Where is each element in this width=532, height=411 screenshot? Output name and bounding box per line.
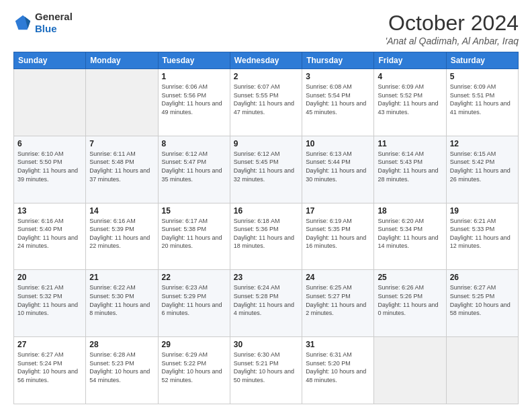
week-row-3: 13Sunrise: 6:16 AM Sunset: 5:40 PM Dayli…	[14, 203, 519, 270]
week-row-5: 27Sunrise: 6:27 AM Sunset: 5:24 PM Dayli…	[14, 337, 519, 404]
day-info: Sunrise: 6:20 AM Sunset: 5:34 PM Dayligh…	[378, 217, 442, 250]
table-cell: 7Sunrise: 6:11 AM Sunset: 5:48 PM Daylig…	[86, 136, 158, 203]
day-number: 20	[17, 273, 82, 282]
day-info: Sunrise: 6:24 AM Sunset: 5:28 PM Dayligh…	[234, 283, 298, 317]
logo: General Blue	[13, 11, 73, 35]
subtitle: 'Anat al Qadimah, Al Anbar, Iraq	[385, 36, 519, 46]
day-info: Sunrise: 6:23 AM Sunset: 5:29 PM Dayligh…	[162, 283, 226, 317]
day-number: 24	[306, 273, 370, 282]
day-info: Sunrise: 6:16 AM Sunset: 5:39 PM Dayligh…	[89, 217, 154, 250]
day-info: Sunrise: 6:27 AM Sunset: 5:25 PM Dayligh…	[450, 283, 515, 317]
table-cell: 25Sunrise: 6:26 AM Sunset: 5:26 PM Dayli…	[374, 270, 446, 337]
day-number: 31	[306, 340, 370, 349]
table-cell: 5Sunrise: 6:09 AM Sunset: 5:51 PM Daylig…	[446, 69, 518, 136]
day-number: 6	[17, 139, 82, 148]
table-cell: 19Sunrise: 6:21 AM Sunset: 5:33 PM Dayli…	[446, 203, 518, 270]
calendar-body: 1Sunrise: 6:06 AM Sunset: 5:56 PM Daylig…	[14, 69, 519, 404]
day-info: Sunrise: 6:31 AM Sunset: 5:20 PM Dayligh…	[306, 351, 370, 384]
table-cell: 18Sunrise: 6:20 AM Sunset: 5:34 PM Dayli…	[374, 203, 446, 270]
table-cell: 24Sunrise: 6:25 AM Sunset: 5:27 PM Dayli…	[302, 270, 374, 337]
day-number: 30	[234, 340, 298, 349]
day-number: 28	[89, 340, 154, 349]
day-number: 10	[306, 139, 370, 148]
day-number: 5	[450, 72, 515, 81]
day-info: Sunrise: 6:27 AM Sunset: 5:24 PM Dayligh…	[17, 351, 82, 384]
header-wednesday: Wednesday	[230, 52, 302, 69]
day-info: Sunrise: 6:22 AM Sunset: 5:30 PM Dayligh…	[89, 283, 154, 317]
table-cell: 10Sunrise: 6:13 AM Sunset: 5:44 PM Dayli…	[302, 136, 374, 203]
table-cell: 16Sunrise: 6:18 AM Sunset: 5:36 PM Dayli…	[230, 203, 302, 270]
day-number: 13	[17, 206, 82, 216]
day-info: Sunrise: 6:18 AM Sunset: 5:36 PM Dayligh…	[234, 217, 298, 250]
main-title: October 2024	[385, 11, 519, 36]
table-cell: 3Sunrise: 6:08 AM Sunset: 5:54 PM Daylig…	[302, 69, 374, 136]
table-cell: 12Sunrise: 6:15 AM Sunset: 5:42 PM Dayli…	[446, 136, 518, 203]
table-cell: 23Sunrise: 6:24 AM Sunset: 5:28 PM Dayli…	[230, 270, 302, 337]
table-cell	[14, 69, 86, 136]
day-info: Sunrise: 6:10 AM Sunset: 5:50 PM Dayligh…	[17, 150, 82, 183]
table-cell: 11Sunrise: 6:14 AM Sunset: 5:43 PM Dayli…	[374, 136, 446, 203]
logo-text: General Blue	[35, 11, 73, 35]
day-info: Sunrise: 6:30 AM Sunset: 5:21 PM Dayligh…	[234, 351, 298, 384]
header: General Blue October 2024 'Anat al Qadim…	[13, 11, 519, 46]
title-area: October 2024 'Anat al Qadimah, Al Anbar,…	[385, 11, 519, 46]
logo-general: General	[35, 11, 73, 23]
day-info: Sunrise: 6:14 AM Sunset: 5:43 PM Dayligh…	[378, 150, 442, 183]
table-cell: 31Sunrise: 6:31 AM Sunset: 5:20 PM Dayli…	[302, 337, 374, 404]
day-info: Sunrise: 6:25 AM Sunset: 5:27 PM Dayligh…	[306, 283, 370, 317]
day-number: 26	[450, 273, 515, 282]
day-info: Sunrise: 6:17 AM Sunset: 5:38 PM Dayligh…	[162, 217, 226, 250]
day-info: Sunrise: 6:06 AM Sunset: 5:56 PM Dayligh…	[162, 83, 226, 116]
table-cell: 14Sunrise: 6:16 AM Sunset: 5:39 PM Dayli…	[86, 203, 158, 270]
table-cell: 2Sunrise: 6:07 AM Sunset: 5:55 PM Daylig…	[230, 69, 302, 136]
header-saturday: Saturday	[446, 52, 518, 69]
table-cell	[374, 337, 446, 404]
day-number: 23	[234, 273, 298, 282]
day-number: 19	[450, 206, 515, 216]
day-info: Sunrise: 6:29 AM Sunset: 5:22 PM Dayligh…	[162, 351, 226, 384]
day-number: 11	[378, 139, 442, 148]
weekday-header-row: Sunday Monday Tuesday Wednesday Thursday…	[14, 52, 519, 69]
day-info: Sunrise: 6:26 AM Sunset: 5:26 PM Dayligh…	[378, 283, 442, 317]
table-cell: 30Sunrise: 6:30 AM Sunset: 5:21 PM Dayli…	[230, 337, 302, 404]
calendar-header: Sunday Monday Tuesday Wednesday Thursday…	[14, 52, 519, 69]
day-number: 18	[378, 206, 442, 216]
day-info: Sunrise: 6:07 AM Sunset: 5:55 PM Dayligh…	[234, 83, 298, 116]
day-info: Sunrise: 6:08 AM Sunset: 5:54 PM Dayligh…	[306, 83, 370, 116]
day-info: Sunrise: 6:21 AM Sunset: 5:33 PM Dayligh…	[450, 217, 515, 250]
day-info: Sunrise: 6:28 AM Sunset: 5:23 PM Dayligh…	[89, 351, 154, 384]
logo-blue: Blue	[35, 23, 73, 35]
calendar-table: Sunday Monday Tuesday Wednesday Thursday…	[13, 52, 519, 404]
day-number: 25	[378, 273, 442, 282]
day-number: 12	[450, 139, 515, 148]
header-friday: Friday	[374, 52, 446, 69]
day-number: 4	[378, 72, 442, 81]
day-info: Sunrise: 6:19 AM Sunset: 5:35 PM Dayligh…	[306, 217, 370, 250]
header-monday: Monday	[86, 52, 158, 69]
table-cell: 21Sunrise: 6:22 AM Sunset: 5:30 PM Dayli…	[86, 270, 158, 337]
week-row-4: 20Sunrise: 6:21 AM Sunset: 5:32 PM Dayli…	[14, 270, 519, 337]
header-thursday: Thursday	[302, 52, 374, 69]
table-cell: 4Sunrise: 6:09 AM Sunset: 5:52 PM Daylig…	[374, 69, 446, 136]
day-info: Sunrise: 6:16 AM Sunset: 5:40 PM Dayligh…	[17, 217, 82, 250]
day-number: 14	[89, 206, 154, 216]
day-info: Sunrise: 6:13 AM Sunset: 5:44 PM Dayligh…	[306, 150, 370, 183]
table-cell: 22Sunrise: 6:23 AM Sunset: 5:29 PM Dayli…	[158, 270, 230, 337]
day-number: 16	[234, 206, 298, 216]
table-cell: 28Sunrise: 6:28 AM Sunset: 5:23 PM Dayli…	[86, 337, 158, 404]
day-info: Sunrise: 6:11 AM Sunset: 5:48 PM Dayligh…	[89, 150, 154, 183]
day-number: 29	[162, 340, 226, 349]
week-row-1: 1Sunrise: 6:06 AM Sunset: 5:56 PM Daylig…	[14, 69, 519, 136]
day-number: 9	[234, 139, 298, 148]
day-number: 7	[89, 139, 154, 148]
day-number: 17	[306, 206, 370, 216]
table-cell: 9Sunrise: 6:12 AM Sunset: 5:45 PM Daylig…	[230, 136, 302, 203]
table-cell	[86, 69, 158, 136]
table-cell: 17Sunrise: 6:19 AM Sunset: 5:35 PM Dayli…	[302, 203, 374, 270]
day-info: Sunrise: 6:21 AM Sunset: 5:32 PM Dayligh…	[17, 283, 82, 317]
day-number: 3	[306, 72, 370, 81]
week-row-2: 6Sunrise: 6:10 AM Sunset: 5:50 PM Daylig…	[14, 136, 519, 203]
day-info: Sunrise: 6:15 AM Sunset: 5:42 PM Dayligh…	[450, 150, 515, 183]
day-info: Sunrise: 6:12 AM Sunset: 5:47 PM Dayligh…	[162, 150, 226, 183]
table-cell	[446, 337, 518, 404]
